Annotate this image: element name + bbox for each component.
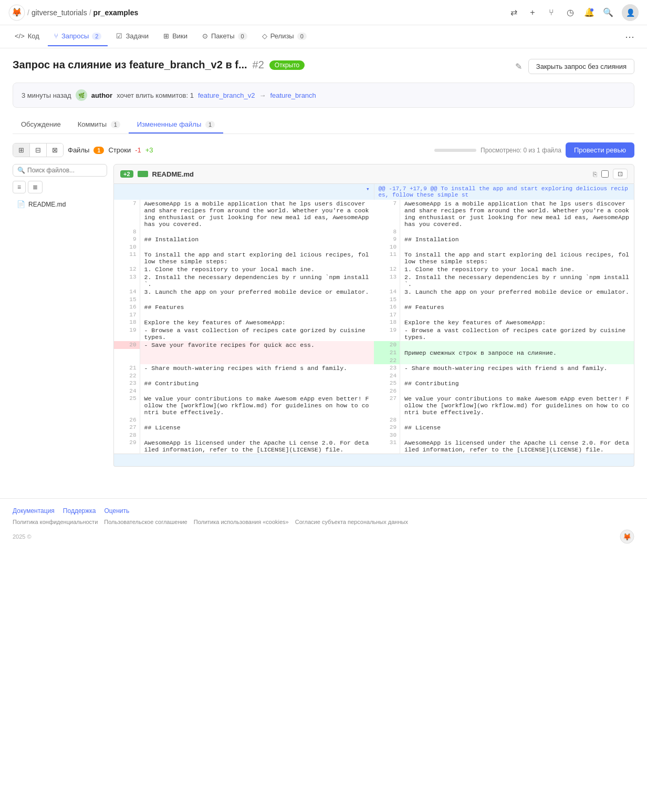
file-search-input[interactable] <box>27 167 102 174</box>
pr-header: Запрос на слияние из feature_branch_v2 в… <box>13 59 634 74</box>
file-tree-item-label: README.md <box>28 201 66 208</box>
tab-tasks[interactable]: ☑ Задачи <box>110 27 155 46</box>
diff-file-header: +2 README.md ⎘ ⊡ <box>113 164 634 184</box>
footer-logo: 🦊 <box>620 529 634 544</box>
subtab-discussion[interactable]: Обсуждение <box>13 116 69 133</box>
prs-badge: 2 <box>92 33 101 40</box>
files-badge: 1 <box>205 121 215 128</box>
tab-code[interactable]: </> Код <box>8 27 46 46</box>
subtab-commits[interactable]: Коммиты 1 <box>69 116 129 133</box>
files-count-badge: 1 <box>93 147 104 154</box>
breadcrumb-sep2: / <box>89 8 91 17</box>
hunk-expand-icon[interactable]: ▾ <box>114 184 374 200</box>
pr-status-badge: Открыто <box>269 60 305 70</box>
repo-tabs: </> Код ⑂ Запросы 2 ☑ Задачи ⊞ Вики ⊙ Па… <box>0 25 647 48</box>
raw-view-button[interactable]: ⊡ <box>613 169 628 179</box>
pr-title-line: Запрос на слияние из feature_branch_v2 в… <box>13 59 513 71</box>
diff-table: ▾ @@ -17,7 +17,9 @@ To install the app a… <box>113 184 634 454</box>
table-row-removed: 20 - Save your favorite recipes for quic… <box>114 341 634 349</box>
file-search-icon: 🔍 <box>17 167 25 174</box>
plus-icon[interactable]: + <box>527 7 538 18</box>
commits-badge: 1 <box>111 121 120 128</box>
svg-text:🦊: 🦊 <box>12 7 22 17</box>
collapse-all-button[interactable]: ≡ <box>13 181 26 193</box>
diff-file-name: README.md <box>152 170 589 178</box>
table-row: 15 15 <box>114 296 634 303</box>
tab-wiki[interactable]: ⊞ Вики <box>157 27 194 46</box>
footer-privacy: Политика конфиденциальности <box>13 519 98 525</box>
sidebar-view-button[interactable]: ⊞ <box>13 143 30 157</box>
tab-packages[interactable]: ⊙ Пакеты 0 <box>196 27 254 46</box>
releases-badge: 0 <box>297 33 307 40</box>
table-row: 27 ## License 29 ## License <box>114 424 634 431</box>
table-row: 29 AwesomeApp is licensed under the Apac… <box>114 439 634 454</box>
footer-link-rate[interactable]: Оценить <box>104 507 129 515</box>
left-line-num: 7 <box>114 200 140 228</box>
pr-target-branch[interactable]: feature_branch <box>270 91 316 99</box>
table-row-added: 22 <box>114 357 634 364</box>
diff-toolbar: ⊞ ⊟ ⊠ Файлы 1 Строки -1 +3 Просмотрено: … <box>13 142 634 158</box>
table-row: 14 3. Launch the app on your preferred m… <box>114 288 634 296</box>
top-nav: 🦊 / gitverse_tutorials / pr_examples ⇄ +… <box>0 0 647 25</box>
footer-link-docs[interactable]: Документация <box>13 507 55 515</box>
lines-label: Строки <box>108 146 131 154</box>
packages-icon: ⊙ <box>202 32 208 40</box>
file-search[interactable]: 🔍 <box>13 164 107 177</box>
table-row: 8 8 <box>114 228 634 235</box>
table-row: 13 2. Install the necessary dependencies… <box>114 273 634 288</box>
file-tree: 🔍 ≡ ≣ 📄 README.md <box>13 164 107 467</box>
tab-releases[interactable]: ◇ Релизы 0 <box>256 27 313 46</box>
table-row: 12 1. Clone the repository to your local… <box>114 265 634 273</box>
pr-title: Запрос на слияние из feature_branch_v2 в… <box>13 59 247 71</box>
diff-layout: 🔍 ≡ ≣ 📄 README.md +2 README.md ⎘ ⊡ <box>13 164 634 467</box>
table-row: 22 24 <box>114 372 634 379</box>
breadcrumb: / gitverse_tutorials / pr_examples <box>27 8 508 17</box>
subtab-files[interactable]: Измененные файлы 1 <box>129 116 223 133</box>
merge-icon[interactable]: ⇄ <box>508 7 519 18</box>
brand-logo[interactable]: 🦊 <box>8 4 25 21</box>
footer-bottom: 2025 © 🦊 <box>13 529 634 544</box>
files-label: Файлы <box>68 146 89 154</box>
search-icon[interactable]: 🔍 <box>603 7 613 18</box>
svg-text:👤: 👤 <box>626 8 635 17</box>
packages-badge: 0 <box>238 33 247 40</box>
right-line-code: AwesomeApp is a mobile application that … <box>400 200 634 228</box>
close-pr-button[interactable]: Закрыть запрос без слияния <box>528 59 634 74</box>
table-row: 9 ## Installation 9 ## Installation <box>114 235 634 243</box>
table-row-added: 21 Пример смежных строк в запросе на сли… <box>114 349 634 357</box>
author-avatar: 🌿 <box>76 89 87 101</box>
table-row: 16 ## Features 16 ## Features <box>114 303 634 311</box>
breadcrumb-repo[interactable]: pr_examples <box>93 8 139 17</box>
edit-pr-button[interactable]: ✎ <box>513 59 524 74</box>
left-line-code: AwesomeApp is a mobile application that … <box>140 200 374 228</box>
pr-source-branch[interactable]: feature_branch_v2 <box>198 91 255 99</box>
footer-legal: Политика конфиденциальности Пользователь… <box>13 519 634 525</box>
split-view-button[interactable]: ⊟ <box>30 143 47 157</box>
expand-all-button[interactable]: ≣ <box>28 181 43 193</box>
table-row: 23 ## Contributing 25 ## Contributing <box>114 379 634 387</box>
hunk-header-text: @@ -17,7 +17,9 @@ To install the app and… <box>374 184 634 200</box>
viewed-label: Просмотрено: 0 из 1 файла <box>481 147 561 154</box>
viewed-checkbox[interactable] <box>601 170 609 178</box>
review-button[interactable]: Провести ревью <box>566 142 634 158</box>
bell-icon[interactable]: 🔔 <box>584 7 594 18</box>
copy-icon[interactable]: ⎘ <box>593 170 597 178</box>
pr-meta-time: 3 минуты назад <box>22 91 71 99</box>
table-row: 7 AwesomeApp is a mobile application tha… <box>114 200 634 228</box>
user-avatar[interactable]: 👤 <box>622 4 639 21</box>
clock-icon[interactable]: ◷ <box>565 7 576 18</box>
tasks-icon: ☑ <box>116 32 122 40</box>
table-row: 24 26 <box>114 387 634 395</box>
branch-icon[interactable]: ⑂ <box>546 7 557 18</box>
lines-minus: -1 <box>135 146 141 154</box>
tab-prs[interactable]: ⑂ Запросы 2 <box>48 27 108 46</box>
table-row: 18 Explore the key features of AwesomeAp… <box>114 318 634 326</box>
footer-link-support[interactable]: Поддержка <box>63 507 96 515</box>
breadcrumb-org[interactable]: gitverse_tutorials <box>32 8 87 17</box>
diff-panel: +2 README.md ⎘ ⊡ ▾ @@ -17,7 +17,9 @@ To … <box>113 164 634 467</box>
top-nav-actions: ⇄ + ⑂ ◷ 🔔 🔍 👤 <box>508 4 639 21</box>
unified-view-button[interactable]: ⊠ <box>47 143 63 157</box>
tab-more-icon[interactable]: ⋯ <box>621 31 639 43</box>
table-row: 28 30 <box>114 431 634 439</box>
file-tree-item-readme[interactable]: 📄 README.md <box>13 198 107 211</box>
